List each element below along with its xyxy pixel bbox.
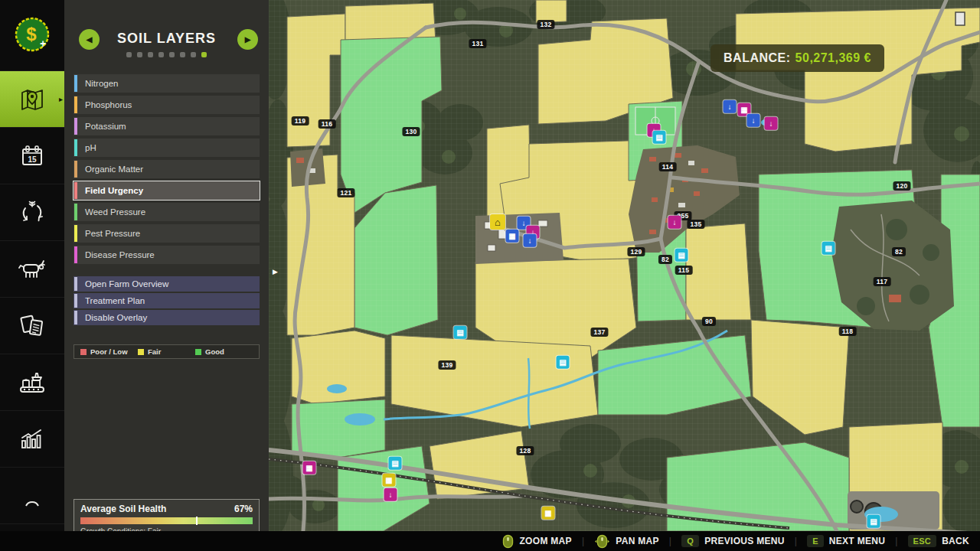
overlay-legend: Poor / LowFairGood — [74, 344, 260, 359]
action-label: Disable Overlay — [85, 313, 147, 322]
field-number-badge: 132 — [537, 20, 554, 29]
control-hint-next-menu[interactable]: ENEXT MENU — [807, 535, 885, 547]
layer-item[interactable]: Potassium — [74, 117, 260, 135]
panel-expand-arrow[interactable]: ▶ — [273, 268, 278, 276]
layer-item[interactable]: Pest Pressure — [74, 224, 260, 243]
field-number-badge: 114 — [659, 162, 677, 171]
action-button[interactable]: Treatment Plan — [74, 293, 260, 308]
station-marker[interactable]: ▤ — [389, 457, 402, 470]
layer-item[interactable]: Field Urgency — [74, 181, 260, 200]
soil-health-label: Average Soil Health — [80, 504, 166, 514]
balance-value: 50,271,369 € — [795, 51, 871, 64]
control-hint-label: PAN MAP — [616, 536, 659, 546]
page-dot[interactable] — [158, 52, 164, 57]
control-hint-zoom-map[interactable]: ZOOM MAP — [502, 534, 571, 549]
separator: | — [795, 536, 797, 546]
junction-marker[interactable]: ▦ — [383, 474, 396, 487]
control-hint-previous-menu[interactable]: QPREVIOUS MENU — [681, 535, 784, 547]
sidebar-item-map[interactable]: ▸ — [0, 71, 64, 128]
layer-color-bar — [74, 246, 77, 263]
key-badge: Q — [681, 535, 699, 547]
station-marker[interactable]: ▤ — [867, 515, 880, 528]
control-hint-pan-map[interactable]: PAN MAP — [594, 534, 659, 549]
layer-item[interactable]: Disease Pressure — [74, 246, 260, 264]
layer-item[interactable]: Organic Matter — [74, 160, 260, 178]
field-number-badge: 82 — [892, 247, 906, 256]
map-overlay: 1321311191161301211142551351298211512082… — [269, 0, 980, 531]
station-marker[interactable]: ▤ — [675, 249, 688, 262]
field-number-badge: 128 — [516, 446, 534, 455]
control-hint-back[interactable]: ESCBACK — [908, 535, 969, 547]
production-marker[interactable]: ↓ — [765, 117, 778, 130]
legend-entry: Poor / Low — [80, 347, 138, 356]
field-number-badge: 139 — [438, 360, 456, 370]
layer-label: Pest Pressure — [85, 229, 140, 238]
svg-text:$: $ — [26, 24, 37, 44]
page-dot[interactable] — [148, 52, 153, 57]
sidebar-item-contracts[interactable] — [0, 298, 64, 354]
sidebar-item-calendar[interactable]: 15 — [0, 128, 64, 184]
layer-label: Phosphorus — [85, 100, 132, 109]
page-dot[interactable] — [180, 52, 185, 57]
sidebar-item-finances[interactable]: $ + — [0, 0, 64, 71]
action-label: Treatment Plan — [85, 296, 145, 305]
page-next-button[interactable]: ▶ — [237, 29, 258, 50]
station-marker[interactable]: ▤ — [557, 356, 570, 369]
action-button[interactable]: Open Farm Overview — [74, 276, 260, 292]
field-number-badge: 117 — [874, 277, 891, 286]
junction-marker[interactable]: ▦ — [542, 507, 555, 520]
page-dot[interactable] — [191, 52, 196, 57]
field-number-badge: 90 — [702, 317, 716, 326]
action-button[interactable]: Disable Overlay — [74, 310, 260, 325]
more-icon — [17, 484, 47, 507]
crop-rotation-icon — [17, 197, 47, 228]
sidebar-item-production[interactable] — [0, 354, 64, 411]
field-number-badge: 131 — [469, 39, 486, 48]
action-color-bar — [74, 294, 77, 308]
station-marker[interactable]: ▤ — [454, 326, 467, 339]
main-sidebar: $ + ▸ 15 — [0, 0, 64, 531]
page-dot[interactable] — [169, 52, 175, 57]
layer-item[interactable]: Weed Pressure — [74, 203, 260, 221]
page-dot[interactable] — [137, 52, 142, 57]
soil-health-value: 67% — [234, 504, 253, 514]
world-map[interactable]: 1321311191161301211142551351298211512082… — [269, 0, 980, 531]
sell-point-marker[interactable]: ↓ — [524, 234, 537, 247]
sell-point-marker[interactable]: ↓ — [747, 114, 760, 127]
layer-color-bar — [74, 118, 77, 135]
panel-header: ◀ SOIL LAYERS ▶ — [64, 0, 269, 54]
layer-color-bar — [74, 75, 77, 92]
layer-label: Organic Matter — [85, 165, 143, 174]
soil-health-marker — [196, 517, 198, 525]
layer-color-bar — [74, 96, 77, 113]
field-number-badge: 82 — [658, 255, 672, 264]
page-dot[interactable] — [126, 52, 132, 57]
sidebar-item-more[interactable] — [0, 468, 64, 524]
svg-text:15: 15 — [28, 155, 37, 163]
field-number-badge: 129 — [627, 247, 645, 256]
action-color-bar — [74, 311, 77, 324]
station-marker[interactable]: ▤ — [822, 242, 835, 255]
layer-item[interactable]: Nitrogen — [74, 74, 260, 93]
farm-home-marker[interactable]: ⌂ — [490, 214, 505, 230]
production-marker[interactable]: ▦ — [303, 461, 316, 474]
separator: | — [582, 536, 584, 546]
legend-swatch — [195, 349, 201, 355]
sidebar-item-crop-rotation[interactable] — [0, 184, 64, 241]
sell-point-marker[interactable]: ↓ — [724, 100, 737, 113]
station-marker[interactable]: ▤ — [653, 131, 666, 144]
control-hint-label: BACK — [942, 536, 969, 546]
sidebar-item-statistics[interactable] — [0, 411, 64, 468]
page-dots — [64, 52, 269, 57]
control-hint-label: NEXT MENU — [829, 536, 885, 546]
production-marker[interactable]: ↓ — [668, 216, 681, 229]
page-dot[interactable] — [201, 52, 207, 57]
production-marker[interactable]: ↓ — [384, 488, 397, 501]
legend-swatch — [80, 349, 87, 355]
field-number-badge: 120 — [893, 181, 910, 191]
layer-item[interactable]: Phosphorus — [74, 96, 260, 114]
layer-item[interactable]: pH — [74, 139, 260, 157]
sidebar-item-animals[interactable] — [0, 241, 64, 298]
sell-point-marker[interactable]: ▦ — [506, 230, 519, 243]
layer-color-bar — [74, 139, 77, 156]
